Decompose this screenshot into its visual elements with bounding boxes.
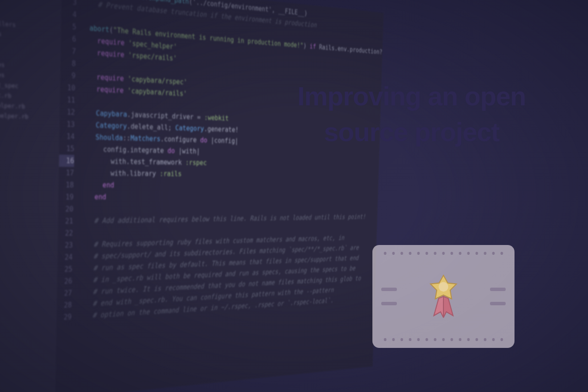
- line-number: 10: [60, 81, 75, 95]
- line-number: 24: [57, 251, 73, 264]
- ticket-dashes-right: [490, 288, 506, 305]
- line-number: 14: [59, 130, 74, 143]
- sidebar-item-label: support.rb: [0, 90, 11, 99]
- code-editor: specconfigrailsmodelscontrollershelpersl…: [0, 0, 379, 392]
- line-number: 25: [57, 263, 73, 276]
- sidebar-item-label: spec_ft_spec: [0, 80, 19, 89]
- sidebar-item-label: fixtures: [0, 70, 4, 78]
- line-number: 16: [59, 155, 74, 167]
- line-number: 28: [57, 299, 72, 312]
- line-number: 29: [56, 311, 72, 324]
- line-number: 17: [59, 167, 74, 179]
- line-number: 11: [60, 94, 75, 106]
- monitor: specconfigrailsmodelscontrollershelpersl…: [0, 0, 379, 392]
- ticket-inner: [381, 262, 506, 331]
- line-number: 12: [60, 106, 75, 119]
- line-number: 27: [57, 287, 72, 300]
- line-number: 26: [57, 275, 72, 288]
- ticket-dashes-left: [381, 288, 397, 305]
- overlay-title: Improving an open source project: [294, 78, 529, 150]
- line-number: 15: [59, 143, 74, 155]
- sidebar-item-label: controllers: [0, 18, 16, 28]
- sidebar-item-label: features: [0, 59, 5, 69]
- svg-point-1: [439, 282, 448, 292]
- line-number: 5: [61, 20, 77, 33]
- scene: specconfigrailsmodelscontrollershelpersl…: [0, 0, 588, 392]
- line-number: 8: [60, 57, 75, 70]
- code-area: 2345678910111213141516171819202122232425…: [55, 0, 384, 392]
- line-number: 9: [60, 69, 75, 82]
- code-lines: require File.expand_path('../config/envi…: [75, 0, 384, 392]
- line-number: 22: [58, 227, 73, 240]
- file-sidebar: specconfigrailsmodelscontrollershelpersl…: [0, 0, 62, 392]
- award-ribbon-icon: [423, 272, 464, 320]
- line-number: 18: [59, 179, 74, 191]
- line-number: 23: [58, 239, 73, 251]
- line-number: 19: [58, 191, 74, 203]
- line-number: 21: [58, 215, 73, 227]
- line-number: 7: [61, 45, 76, 58]
- line-number: 4: [61, 7, 77, 21]
- line-number: 6: [61, 32, 76, 45]
- line-number: 20: [58, 203, 74, 216]
- sidebar-item-label: spec_helper.rb: [0, 101, 25, 110]
- sidebar-item-label: helpers: [0, 28, 1, 38]
- code-line: end: [79, 179, 378, 191]
- certificate-ticket: [372, 245, 514, 348]
- sidebar-item-label: rails_helper.rb: [0, 111, 28, 121]
- line-number: 13: [59, 118, 74, 131]
